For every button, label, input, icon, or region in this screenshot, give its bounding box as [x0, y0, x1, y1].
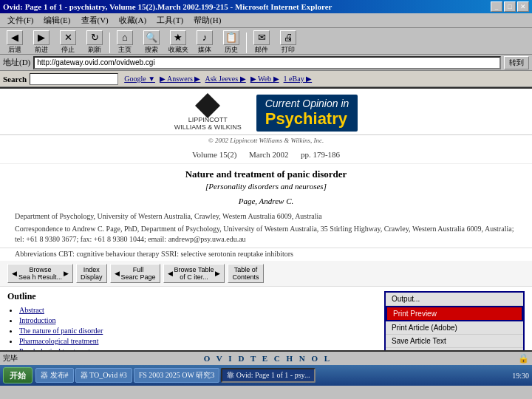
close-button[interactable]: ✕ [517, 1, 529, 12]
toolbar: ◀ 后退 ▶ 前进 ✕ 停止 ↻ 刷新 ⌂ 主页 🔍 搜索 ★ 收藏夹 ♪ 媒体… [0, 28, 532, 55]
status-text: 完毕 [3, 353, 18, 364]
forward-button[interactable]: ▶ 前进 [30, 30, 53, 55]
print-preview-button[interactable]: Print Preview [386, 306, 523, 321]
address-go-button[interactable]: 转到 [504, 56, 529, 69]
history-button[interactable]: 📋 历史 [219, 30, 243, 55]
status-bar: 完毕 O V I D T E C H N O L 🔒 [0, 350, 532, 365]
article-date: March 2002 [249, 150, 288, 159]
ovid-technology-text: O V I D T E C H N O L [204, 354, 332, 363]
forward-icon: ▶ [33, 30, 50, 45]
search-icon: 🔍 [143, 30, 160, 45]
menu-file[interactable]: 文件(F) [3, 14, 38, 27]
media-button[interactable]: ♪ 媒体 [193, 30, 216, 55]
output-button[interactable]: Output... [386, 293, 523, 306]
favorites-button[interactable]: ★ 收藏夹 [166, 30, 190, 55]
search-link-jeeves[interactable]: Ask Jeeves ▶ [205, 75, 245, 83]
journal-title-box: Current Opinion in Psychiatry [256, 95, 358, 132]
outline-link-pharm[interactable]: Pharmacological treatment [19, 337, 98, 345]
full-text-button[interactable]: Full Text (PDF) 1pe 4 [386, 348, 523, 350]
index-display-button[interactable]: IndexDisplay [76, 264, 107, 283]
refresh-button[interactable]: ↻ 刷新 [83, 30, 106, 55]
lw-logo-text: LIPPINCOTT WILLIAMS & WILKINS [174, 116, 242, 131]
mail-label: 邮件 [255, 45, 268, 55]
left-arrow-icon: ◀ [12, 270, 17, 277]
browse-results-button[interactable]: ◀ BrowseSea h Result... ▶ [7, 264, 73, 283]
home-label: 主页 [118, 45, 132, 55]
print-article-button[interactable]: Print Article (Adobe) [386, 321, 523, 335]
address-input[interactable] [33, 56, 501, 69]
list-item: The nature of panic disorder [19, 326, 377, 335]
menu-bar: 文件(F) 编辑(E) 查看(V) 收藏(A) 工具(T) 帮助(H) [0, 13, 532, 28]
list-item: Pharmacological treatment [19, 336, 377, 345]
right-sidebar: Output... Print Preview Print Article (A… [384, 291, 525, 350]
content-area: Outline Abstract Introduction The nature… [0, 287, 532, 350]
copyright-text: © 2002 Lippincott Williams & Wilkins, In… [0, 135, 532, 146]
outline-link-psych[interactable]: Psychological treatment [19, 347, 90, 350]
window-controls[interactable]: _ □ ✕ [491, 1, 529, 12]
search-link-google[interactable]: Google ▼ [124, 75, 155, 83]
search-link-ebay[interactable]: 1 eBay ▶ [284, 75, 313, 83]
right-arrow-2-icon: ▶ [215, 270, 220, 277]
stop-button[interactable]: ✕ 停止 [56, 30, 80, 55]
affiliation-dept: Department of Psychology, University of … [15, 211, 517, 222]
menu-tools[interactable]: 工具(T) [152, 14, 188, 27]
print-icon: 🖨 [280, 30, 296, 45]
print-button[interactable]: 🖨 打印 [276, 30, 300, 55]
menu-favorites[interactable]: 收藏(A) [115, 14, 151, 27]
full-search-label: FullSearc Page [121, 266, 156, 281]
article-meta: Volume 15(2) March 2002 pp. 179-186 [0, 146, 532, 164]
taskbar-item-2[interactable]: FS 2003 2025 OW 研究3 [134, 368, 220, 383]
taskbar-item-0[interactable]: 器 发布# [35, 368, 74, 383]
address-label: 地址(D) [3, 57, 30, 68]
search-bar: Search Google ▼ ▶ Answers ▶ Ask Jeeves ▶… [0, 71, 532, 87]
table-of-contents-button[interactable]: Table ofContents [228, 264, 263, 283]
menu-edit[interactable]: 编辑(E) [39, 14, 75, 27]
mail-button[interactable]: ✉ 邮件 [250, 30, 273, 55]
back-button[interactable]: ◀ 后退 [3, 30, 27, 55]
window-title: Ovid: Page 1 of 1 - psychiatry, Volume 1… [3, 2, 332, 11]
taskbar-clock: 19:30 [512, 372, 529, 380]
outline-section: Outline Abstract Introduction The nature… [7, 291, 377, 350]
search-link-web[interactable]: ▶ Web ▶ [250, 75, 279, 83]
favorites-icon: ★ [170, 30, 186, 45]
abbreviations: Abbreviations CBT: cognitive behaviour t… [0, 248, 532, 261]
affiliation-correspondence: Correspondence to Andrew C. Page, PhD, D… [15, 224, 517, 245]
search-links: Google ▼ ▶ Answers ▶ Ask Jeeves ▶ ▶ Web … [124, 75, 312, 83]
home-button[interactable]: ⌂ 主页 [113, 30, 137, 55]
history-label: 历史 [225, 45, 238, 55]
save-article-button[interactable]: Save Article Text [386, 335, 523, 348]
article-title: Nature and treatment of panic disorder [0, 164, 532, 182]
browser-content: LIPPINCOTT WILLIAMS & WILKINS Current Op… [0, 87, 532, 350]
forward-label: 前进 [35, 45, 48, 55]
search-bar-label: Search [3, 75, 27, 83]
taskbar-item-3[interactable]: 靠 Ovid: Page 1 of 1 - psy... [221, 368, 316, 383]
outline-link-abstract[interactable]: Abstract [19, 306, 44, 314]
index-display-label: IndexDisplay [81, 266, 103, 281]
browse-results-label: BrowseSea h Result... [18, 266, 62, 281]
outline-link-nature[interactable]: The nature of panic disorder [19, 327, 103, 335]
outline-title: Outline [7, 291, 377, 302]
taskbar-items: 器 发布# 器 TO_Ovid #3 FS 2003 2025 OW 研究3 靠… [35, 368, 509, 383]
journal-title-line1: Current Opinion in [265, 98, 349, 109]
menu-view[interactable]: 查看(V) [77, 14, 113, 27]
media-icon: ♪ [197, 30, 213, 45]
stop-label: 停止 [61, 45, 75, 55]
back-icon: ◀ [7, 30, 23, 45]
search-input[interactable] [30, 73, 118, 85]
search-link-answers[interactable]: ▶ Answers ▶ [160, 75, 200, 83]
start-button[interactable]: 开始 [3, 367, 33, 383]
browse-table-button[interactable]: ◀ Browse Tableof C iter... ▶ [163, 264, 225, 283]
article-volume-date-pages: Volume 15(2) March 2002 pp. 179-186 [15, 150, 517, 159]
menu-help[interactable]: 帮助(H) [189, 14, 225, 27]
refresh-label: 刷新 [88, 45, 101, 55]
list-item: Introduction [19, 316, 377, 324]
taskbar-item-1[interactable]: 器 TO_Ovid #3 [75, 368, 132, 383]
mail-icon: ✉ [253, 30, 270, 45]
search-button[interactable]: 🔍 搜索 [140, 30, 163, 55]
minimize-button[interactable]: _ [491, 1, 502, 12]
lw-diamond-icon [195, 93, 220, 118]
full-search-page-button[interactable]: ◀ FullSearc Page [110, 264, 160, 283]
list-item: Abstract [19, 305, 377, 314]
outline-link-intro[interactable]: Introduction [19, 316, 55, 324]
maximize-button[interactable]: □ [504, 1, 516, 12]
